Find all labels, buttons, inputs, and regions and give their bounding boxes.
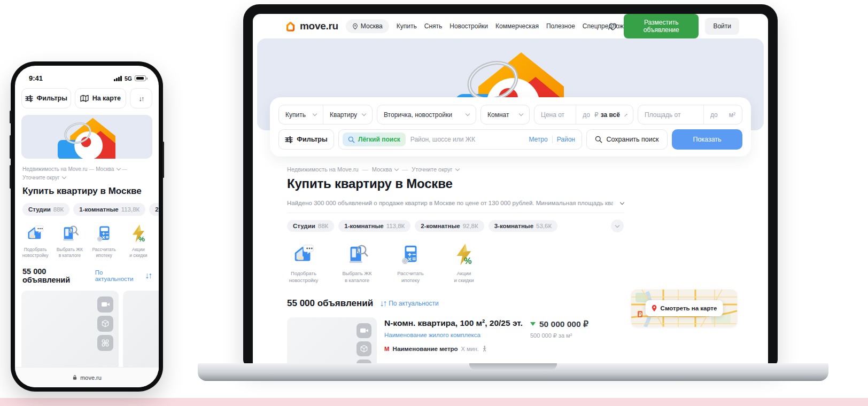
city-selector[interactable]: Москва: [346, 19, 389, 33]
chip-1room[interactable]: 1-комнатные 113,8К: [338, 220, 410, 232]
video-badge: [356, 323, 371, 338]
breadcrumb-city-dropdown[interactable]: Москва: [372, 166, 399, 173]
browser-url-bar[interactable]: move.ru: [15, 367, 159, 387]
phone-sort-button[interactable]: ↓↑: [130, 88, 152, 108]
service-mortgage-calc[interactable]: Рассчитатьипотеку: [394, 242, 427, 284]
metro-link[interactable]: Метро: [529, 136, 547, 143]
map-pin-icon: [652, 304, 657, 312]
service-shortcuts: Подобратьновостройку Выбрать ЖКв каталог…: [287, 242, 624, 284]
stage: move.ru Москва Купить Снять Новостройки: [0, 0, 868, 406]
phone-page-title: Купить квартиру в Москве: [22, 186, 151, 197]
breadcrumb-district-dropdown[interactable]: Уточните округ: [22, 174, 66, 182]
service-pick-newbuilding[interactable]: Подобратьновостройку: [18, 223, 52, 259]
sort-arrows-icon: ↓↑: [379, 299, 386, 308]
nav-item-rent[interactable]: Снять: [424, 22, 443, 30]
service-complex-catalog[interactable]: Выбрать ЖКв каталоге: [52, 223, 87, 259]
area-to-input[interactable]: [710, 111, 727, 119]
rooms-dropdown[interactable]: Комнат: [481, 105, 529, 124]
object-type-dropdown[interactable]: Квартиру: [323, 105, 372, 124]
background-strip: [0, 398, 868, 406]
service-promos[interactable]: Акциии скидки: [121, 223, 156, 259]
service-mortgage-calc[interactable]: Рассчитатьипотеку: [87, 223, 121, 259]
breadcrumb-city-dropdown[interactable]: Москва: [96, 165, 120, 174]
save-search-button[interactable]: Сохранить поиск: [586, 129, 668, 150]
complex-link[interactable]: Наименование жилого комплекса: [384, 332, 480, 338]
breadcrumb-root[interactable]: Недвижимость на Move.ru: [22, 166, 88, 172]
listing-photo-next[interactable]: [123, 291, 159, 371]
phone-mockup: 9:41 5G Фильтры На карте: [11, 61, 163, 392]
chip-studios[interactable]: Студии 88К: [22, 203, 69, 216]
price-from-input[interactable]: [541, 111, 569, 119]
lock-icon: [72, 374, 78, 380]
show-results-button[interactable]: Показать: [672, 129, 742, 150]
service-complex-catalog[interactable]: Выбрать ЖКв каталоге: [340, 242, 374, 284]
cube-3d-icon: [360, 345, 368, 353]
price-per-meter: 500 000 ₽ за м²: [530, 332, 624, 339]
building-search-icon: [345, 242, 369, 267]
video-badge: [97, 296, 113, 313]
sliders-icon: [285, 136, 293, 143]
metro-station: Наименование метро: [393, 346, 458, 352]
location-search-field: Лёгкий поиск Метро Район: [338, 129, 582, 150]
filters-button[interactable]: Фильтры: [278, 129, 334, 150]
moveru-house-icon: [285, 21, 296, 32]
deal-type-dropdown[interactable]: Купить: [279, 105, 323, 124]
listings-count: 55 000 объявлений: [22, 267, 95, 284]
moveru-logo[interactable]: move.ru: [285, 20, 338, 32]
video-camera-icon: [360, 326, 369, 334]
easy-search-toggle[interactable]: Лёгкий поиск: [343, 132, 406, 146]
phone-on-map-button[interactable]: На карте: [75, 88, 126, 108]
expand-chips-button[interactable]: [611, 220, 624, 232]
market-type-dropdown[interactable]: Вторичка, новостройки: [377, 105, 476, 124]
chip-studios[interactable]: Студии 88К: [287, 220, 334, 232]
nav-item-useful[interactable]: Полезное: [546, 22, 575, 30]
chip-2room[interactable]: 2-комнатные 92,8К: [149, 203, 159, 216]
nav-item-commercial[interactable]: Коммерческая: [495, 22, 539, 30]
map-preview[interactable]: ₽ Смотреть на карте: [631, 290, 737, 327]
view-on-map-button[interactable]: Смотреть на карте: [646, 300, 723, 316]
favorites-heart-icon[interactable]: [608, 21, 617, 32]
breadcrumb-district-dropdown[interactable]: Уточните округ: [412, 166, 459, 173]
login-button[interactable]: Войти: [705, 18, 739, 35]
laptop-base: [198, 363, 828, 381]
laptop-mockup: move.ru Москва Купить Снять Новостройки: [243, 4, 778, 365]
district-link[interactable]: Район: [557, 136, 575, 143]
phone-hero-banner: [21, 115, 152, 159]
breadcrumb-root[interactable]: Недвижимость на Move.ru: [287, 166, 359, 173]
area-from-input[interactable]: [645, 111, 697, 119]
phone-volume-up-button: [10, 135, 11, 159]
service-promos[interactable]: Акциии скидки: [447, 242, 480, 284]
expand-description-icon[interactable]: [620, 200, 624, 204]
sort-control[interactable]: ↓↑ По актуальности: [379, 299, 439, 308]
chip-1room[interactable]: 1-комнатные 113,8К: [73, 203, 145, 216]
post-ad-button[interactable]: Разместить объявление: [624, 14, 699, 38]
house-chat-icon: [25, 223, 45, 244]
phone-sort-control[interactable]: По актуальности ↓↑: [95, 269, 151, 282]
location-input[interactable]: [410, 136, 524, 143]
calculator-icon: [94, 223, 114, 244]
listing-title[interactable]: N-комн. квартира, 100 м², 20/25 эт.: [384, 318, 523, 328]
search-icon: [348, 136, 355, 143]
phone-filters-button[interactable]: Фильтры: [21, 88, 71, 108]
price-mode-toggle[interactable]: за всё: [601, 111, 620, 119]
video-camera-icon: [101, 300, 110, 308]
search-panel: Купить Квартиру Вторичка, новостройки: [270, 97, 751, 157]
cube-3d-icon: [101, 319, 110, 328]
listing-photo[interactable]: [287, 317, 377, 365]
phone-screen: 9:41 5G Фильтры На карте: [15, 66, 159, 387]
listing-price: 50 000 000 ₽: [539, 319, 588, 329]
currency-label: ₽: [594, 111, 599, 119]
drone-icon: [101, 339, 110, 347]
pedestrian-icon: [482, 346, 487, 352]
phone-room-filter-chips: Студии 88К 1-комнатные 113,8К 2-комнатны…: [22, 203, 159, 216]
status-time: 9:41: [29, 74, 43, 82]
nav-item-buy[interactable]: Купить: [397, 22, 417, 30]
price-to-input[interactable]: [583, 111, 592, 119]
nav-item-newbuildings[interactable]: Новостройки: [449, 22, 488, 30]
service-pick-newbuilding[interactable]: Подобратьновостройку: [287, 242, 320, 284]
listings-count: 55 000 объявлений: [287, 298, 373, 309]
listing-card[interactable]: N-комн. квартира, 100 м², 20/25 эт. Наим…: [287, 317, 624, 365]
chip-2room[interactable]: 2-комнатные 92,8К: [415, 220, 484, 232]
chip-3room[interactable]: 3-комнатные 53,6К: [489, 220, 557, 232]
listing-photo[interactable]: [21, 291, 119, 371]
